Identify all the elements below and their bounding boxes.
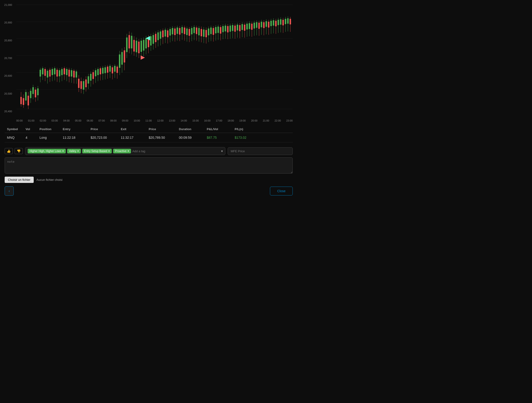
thumbs-down-button[interactable]: 👎 [15,148,23,154]
svg-rect-142 [181,27,183,33]
tag-hhhl-remove[interactable]: × [62,149,64,153]
row-exit: 11:32:17 [121,136,149,140]
choose-file-button[interactable]: Choisir un fichier [5,177,34,183]
svg-rect-64 [88,76,89,83]
svg-rect-136 [174,29,176,35]
svg-rect-84 [112,67,113,73]
tag-valley[interactable]: Valley × [67,149,81,154]
svg-rect-174 [220,27,221,33]
svg-rect-92 [121,52,123,65]
thumbs-up-button[interactable]: 👍 [5,148,13,154]
svg-rect-8 [20,97,22,104]
tag-hhhl[interactable]: Higher High, Higher Lows × [28,149,66,154]
svg-rect-150 [191,28,192,34]
svg-rect-202 [253,23,255,29]
y-label: 20,600 [0,74,14,77]
svg-rect-26 [42,68,44,74]
svg-rect-76 [102,68,103,74]
col-exit: Exit [121,127,149,131]
col-entry: Entry [63,127,91,131]
col-pl-n: P/L(n) [235,127,263,131]
tags-area[interactable]: Higher High, Higher Lows × Valley × Entr… [25,147,225,155]
svg-rect-178 [225,26,226,31]
svg-rect-160 [203,30,204,37]
svg-rect-224 [280,19,281,25]
action-row: ‹ Close [5,186,293,196]
tag-valley-remove[interactable]: × [77,149,79,153]
svg-rect-60 [83,81,84,90]
svg-rect-104 [136,41,137,52]
svg-rect-38 [57,70,58,77]
svg-rect-108 [140,41,142,52]
close-button[interactable]: Close [270,187,293,195]
svg-rect-168 [213,28,214,35]
svg-rect-134 [172,28,173,34]
svg-rect-88 [117,67,118,73]
svg-rect-210 [263,22,265,28]
svg-rect-34 [51,69,53,75]
svg-rect-148 [189,29,190,36]
svg-rect-154 [196,28,197,34]
tag-proactive[interactable]: Proactive × [113,149,131,154]
svg-rect-198 [249,23,250,29]
svg-rect-172 [217,26,219,33]
svg-rect-56 [78,79,79,88]
tags-dropdown-arrow[interactable]: ▾ [221,149,223,153]
svg-rect-48 [69,70,70,77]
svg-rect-220 [275,21,276,26]
col-exit-price: Price [149,127,179,131]
svg-rect-40 [59,70,60,76]
row-pl-n: $173.02 [235,136,263,140]
svg-rect-156 [198,28,200,35]
tag-entry-setup-based[interactable]: Entry Setup Based × [82,149,112,154]
svg-rect-216 [270,21,272,26]
svg-rect-36 [54,68,55,74]
svg-marker-233 [141,56,145,60]
svg-rect-190 [239,25,241,31]
tag-proactive-remove[interactable]: × [127,149,129,153]
tag-esb-remove[interactable]: × [108,149,110,153]
svg-rect-18 [32,87,34,94]
svg-rect-90 [119,54,120,68]
svg-rect-124 [160,31,161,38]
file-row: Choisir un fichier Aucun fichier choisi [5,177,293,183]
prev-button[interactable]: ‹ [5,186,14,196]
note-textarea[interactable] [5,157,293,174]
svg-rect-46 [66,69,67,75]
svg-rect-126 [162,31,164,37]
y-label: 20,900 [0,21,14,24]
svg-rect-122 [157,32,159,40]
svg-rect-50 [71,70,72,77]
svg-rect-28 [44,69,46,76]
table-header: Symbol Vol Position Entry Price Exit Pri… [5,126,293,133]
y-label: 21,000 [0,3,14,6]
svg-rect-116 [150,36,152,45]
svg-rect-162 [205,30,207,37]
row-position: Long [39,136,63,140]
svg-rect-10 [23,98,24,105]
candlestick-chart [16,2,293,114]
svg-rect-80 [107,67,108,73]
row-entry: 11:22:18 [63,136,91,140]
add-tag-input[interactable] [133,149,220,153]
svg-rect-132 [169,29,171,36]
svg-rect-144 [184,28,185,34]
svg-rect-100 [131,36,133,48]
col-symbol: Symbol [7,127,25,131]
row-entry-price: $20,723.00 [91,136,121,140]
svg-rect-128 [165,30,166,37]
row-pl-vol: $87.75 [207,136,235,140]
mfe-price-input[interactable] [228,147,293,155]
svg-rect-30 [47,71,48,77]
trade-row: MNQ 4 Long 11:22:18 $20,723.00 11:32:17 … [5,133,293,142]
svg-rect-44 [64,68,65,74]
svg-rect-146 [186,29,188,35]
svg-rect-158 [201,29,202,36]
bottom-controls: 👍 👎 Higher High, Higher Lows × Valley × … [0,145,297,198]
y-label: 20,800 [0,39,14,42]
trade-table: Symbol Vol Position Entry Price Exit Pri… [0,126,297,142]
y-label: 20,700 [0,57,14,59]
svg-rect-180 [227,26,228,32]
svg-rect-86 [114,66,115,72]
svg-rect-72 [97,69,99,75]
